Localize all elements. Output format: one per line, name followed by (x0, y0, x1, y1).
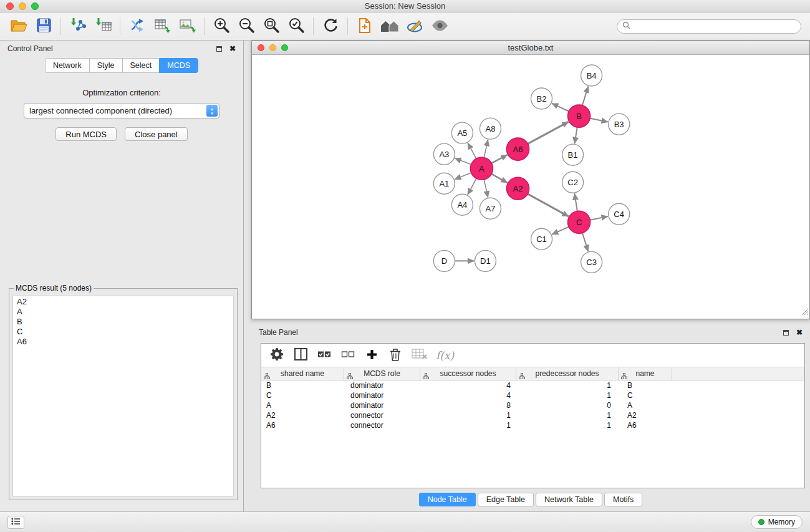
tab-network-table[interactable]: Network Table (536, 493, 602, 506)
edge-C-C3[interactable] (582, 233, 588, 251)
mcds-result-item[interactable]: A6 (13, 337, 233, 347)
table-cell[interactable]: dominator (344, 400, 420, 410)
memory-button[interactable]: Memory (751, 515, 803, 529)
table-cell[interactable]: A6 (261, 420, 344, 430)
add-row-button[interactable] (361, 346, 382, 365)
node-C1[interactable]: C1 (531, 228, 552, 249)
tab-mcds[interactable]: MCDS (159, 58, 198, 73)
node-A7[interactable]: A7 (480, 198, 501, 219)
node-C[interactable]: C (568, 211, 591, 233)
tab-select[interactable]: Select (122, 58, 160, 73)
node-C4[interactable]: C4 (609, 203, 630, 225)
table-cell[interactable]: A2 (261, 410, 344, 420)
tab-network[interactable]: Network (45, 58, 89, 73)
column-header-successor-nodes[interactable]: successor nodes (420, 367, 516, 380)
edge-B-B4[interactable] (582, 86, 588, 105)
column-layout-button[interactable] (290, 346, 311, 365)
minimize-network-window-button[interactable] (269, 44, 276, 51)
mcds-result-item[interactable]: A2 (13, 297, 233, 307)
search-box[interactable] (617, 19, 801, 34)
tab-edge-table[interactable]: Edge Table (478, 493, 534, 506)
edge-C-C4[interactable] (590, 216, 608, 220)
table-cell[interactable]: dominator (344, 390, 420, 400)
node-D[interactable]: D (433, 250, 455, 271)
edge-A-A5[interactable] (468, 143, 476, 158)
close-network-window-button[interactable] (258, 44, 264, 51)
edge-A-A6[interactable] (491, 155, 507, 163)
table-cell[interactable]: 1 (420, 410, 516, 420)
edge-C-C1[interactable] (552, 226, 569, 234)
select-all-rows-button[interactable] (314, 346, 335, 365)
node-B3[interactable]: B3 (609, 114, 630, 135)
column-header-name[interactable]: name (619, 367, 672, 380)
table-cell[interactable]: 1 (516, 390, 619, 400)
float-table-panel-icon[interactable] (783, 330, 789, 336)
table-cell[interactable]: A6 (619, 420, 672, 430)
zoom-fit-button[interactable] (259, 16, 284, 37)
node-A3[interactable]: A3 (433, 143, 455, 165)
column-settings-button[interactable] (266, 346, 287, 365)
table-cell[interactable]: connector (344, 410, 420, 420)
table-cell[interactable]: A2 (619, 410, 672, 420)
column-header-MCDS-role[interactable]: MCDS role (344, 367, 420, 380)
table-row[interactable]: Cdominator41C (261, 390, 804, 400)
zoom-selected-button[interactable] (284, 16, 309, 37)
node-B[interactable]: B (568, 105, 591, 127)
network-canvas[interactable]: AA1A2A3A4A5A6A7A8BB1B2B3B4CC1C2C3C4DD1 (252, 55, 809, 319)
table-row[interactable]: A2connector11A2 (261, 410, 804, 420)
import-table-button[interactable] (90, 16, 115, 37)
node-A5[interactable]: A5 (451, 122, 473, 143)
edge-A2-C[interactable] (528, 193, 569, 216)
function-builder-button[interactable]: f(x) (436, 349, 454, 362)
column-header-predecessor-nodes[interactable]: predecessor nodes (516, 367, 619, 380)
node-A8[interactable]: A8 (480, 118, 501, 139)
maximize-network-window-button[interactable] (281, 44, 288, 51)
close-panel-button[interactable]: Close panel (125, 127, 188, 141)
table-cell[interactable]: connector (344, 420, 420, 430)
node-C3[interactable]: C3 (581, 251, 602, 273)
close-window-button[interactable] (6, 2, 14, 10)
node-A2[interactable]: A2 (506, 177, 529, 200)
open-session-button[interactable] (6, 16, 31, 37)
float-panel-icon[interactable] (216, 46, 222, 52)
zoom-out-button[interactable] (234, 16, 259, 37)
table-cell[interactable]: A (619, 400, 672, 410)
node-B4[interactable]: B4 (581, 65, 602, 86)
run-mcds-button[interactable]: Run MCDS (55, 127, 117, 141)
table-cell[interactable]: 1 (516, 410, 619, 420)
tab-style[interactable]: Style (89, 58, 122, 73)
table-cell[interactable]: 4 (420, 390, 516, 400)
node-A1[interactable]: A1 (433, 173, 455, 194)
table-row[interactable]: A6connector11A6 (261, 420, 804, 430)
table-row[interactable]: Adominator80A (261, 400, 804, 410)
edge-A6-B[interactable] (528, 122, 569, 143)
edge-A-A1[interactable] (455, 172, 471, 179)
edge-A-A7[interactable] (484, 179, 488, 197)
delete-rows-button[interactable] (385, 346, 406, 365)
search-input[interactable] (634, 22, 796, 31)
export-table-button[interactable] (150, 16, 175, 37)
table-cell[interactable]: dominator (344, 380, 420, 390)
zoom-in-button[interactable] (209, 16, 234, 37)
resize-grip-icon[interactable] (801, 307, 809, 318)
table-cell[interactable]: C (619, 390, 672, 400)
node-C2[interactable]: C2 (562, 172, 584, 193)
node-B1[interactable]: B1 (562, 144, 584, 165)
edge-A-A3[interactable] (455, 158, 471, 164)
first-neighbors-button[interactable] (125, 16, 150, 37)
table-cell[interactable]: 8 (420, 400, 516, 410)
show-graphics-details-button[interactable] (427, 16, 452, 37)
edge-A-A2[interactable] (491, 173, 508, 182)
edge-B-B3[interactable] (590, 118, 608, 122)
close-control-panel-icon[interactable]: ✖ (229, 45, 236, 52)
import-network-button[interactable] (65, 16, 90, 37)
table-cell[interactable]: 0 (516, 400, 619, 410)
node-A[interactable]: A (470, 157, 493, 180)
save-session-button[interactable] (31, 16, 56, 37)
export-network-button[interactable] (352, 16, 377, 37)
table-cell[interactable]: 1 (516, 380, 619, 390)
minimize-window-button[interactable] (19, 2, 26, 10)
node-D1[interactable]: D1 (475, 250, 496, 271)
delete-columns-button[interactable] (408, 346, 430, 365)
node-A6[interactable]: A6 (506, 138, 529, 160)
